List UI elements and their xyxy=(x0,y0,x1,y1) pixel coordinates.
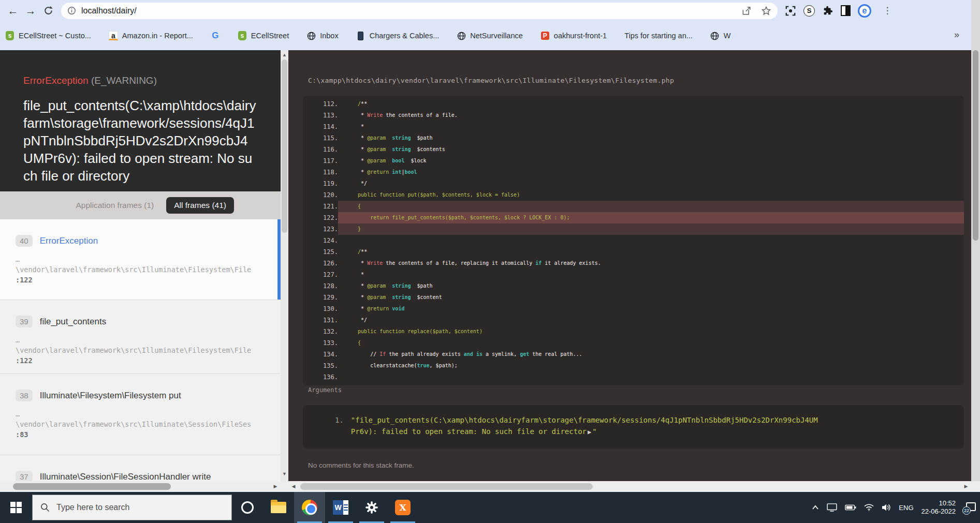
address-bar[interactable]: localhost/dairy/ xyxy=(61,3,778,19)
bookmark-label: W xyxy=(724,32,731,40)
reload-icon[interactable] xyxy=(39,2,57,20)
bookmark-item[interactable]: Inbox xyxy=(306,31,338,40)
profile-avatar[interactable]: e xyxy=(858,4,871,18)
code-line: 112. /** xyxy=(303,98,964,110)
url-text: localhost/dairy/ xyxy=(81,6,741,16)
sidebar-scrollbar-thumb[interactable] xyxy=(282,59,287,233)
code-line: 115. * @param string $path xyxy=(303,132,964,144)
code-text xyxy=(338,371,964,383)
panel-scroll-right-icon[interactable]: ▶ xyxy=(962,481,970,492)
code-line: 134. // If the path already exists and i… xyxy=(303,349,964,360)
menu-kebab-icon[interactable]: ⋮ xyxy=(879,2,896,20)
line-number: 122. xyxy=(303,212,338,223)
no-comments-text: No comments for this stack frame. xyxy=(308,461,414,469)
settings-button[interactable] xyxy=(356,492,387,523)
code-text: return file_put_contents($path, $content… xyxy=(338,212,964,223)
dark-reader-extension-icon[interactable] xyxy=(841,5,851,16)
forward-icon[interactable]: → xyxy=(22,2,39,20)
cortana-icon xyxy=(241,501,254,514)
amazon-icon: a xyxy=(109,31,118,40)
share-icon[interactable] xyxy=(741,6,752,16)
shopify-extension-icon[interactable]: S xyxy=(803,5,815,17)
expand-argument-icon[interactable]: ▶ xyxy=(588,428,591,436)
frame-location: …\vendor\laravel\framework\src\Illuminat… xyxy=(16,254,265,285)
code-text: * xyxy=(338,269,964,280)
globe-icon xyxy=(457,31,466,40)
bookmark-item[interactable]: NetSurveillance xyxy=(457,31,523,40)
screen-capture-icon[interactable] xyxy=(785,5,796,17)
sidebar-scroll-right-icon[interactable]: ▶ xyxy=(271,481,280,492)
code-line: 125. /** xyxy=(303,246,964,258)
file-explorer-button[interactable] xyxy=(263,492,294,523)
site-info-icon[interactable] xyxy=(67,6,76,15)
taskbar-clock[interactable]: 10:52 22-06-2022 xyxy=(922,499,956,516)
line-number: 116. xyxy=(303,144,338,155)
start-button[interactable] xyxy=(0,492,32,523)
code-line: 117. * @param bool $lock xyxy=(303,155,964,167)
bookmark-item[interactable]: sECellStreet ~ Custo... xyxy=(5,31,91,40)
tab-application-frames[interactable]: Application frames (1) xyxy=(76,201,154,210)
code-line: 120. public function put($path, $content… xyxy=(303,189,964,201)
cortana-button[interactable] xyxy=(232,492,263,523)
globe-icon xyxy=(710,31,720,40)
panel-hscroll-thumb[interactable] xyxy=(300,483,593,490)
code-line: 122. return file_put_contents($path, $co… xyxy=(303,212,964,223)
horizontal-scrollbar-strip[interactable]: ▶ ◀ ▶ xyxy=(0,481,980,492)
battery-icon[interactable] xyxy=(845,504,856,511)
browser-toolbar: ← → localhost/dairy/ S e ⋮ xyxy=(0,0,980,21)
browser-scrollbar-thumb[interactable] xyxy=(973,50,978,241)
toolbar-extensions: S e ⋮ xyxy=(785,2,896,20)
stack-frame-item[interactable]: 40ErrorException…\vendor\laravel\framewo… xyxy=(0,219,281,300)
bookmark-item[interactable]: W xyxy=(710,31,731,40)
stack-frame-item[interactable]: 37Illuminate\Session\FileSessionHandler … xyxy=(0,455,281,481)
bookmark-item[interactable]: Chargers & Cables... xyxy=(356,31,440,40)
code-line: 116. * @param string $contents xyxy=(303,144,964,155)
line-number: 135. xyxy=(303,360,338,371)
bookmark-item[interactable]: aAmazon.in - Report... xyxy=(109,31,193,40)
p-badge-icon: P xyxy=(540,31,550,40)
browser-vertical-scrollbar[interactable] xyxy=(971,0,980,492)
scroll-up-icon[interactable]: ▲ xyxy=(281,51,288,58)
sidebar-hscroll-thumb[interactable] xyxy=(13,483,171,490)
bookmark-item[interactable]: sECellStreet xyxy=(238,31,289,40)
stack-frame-item[interactable]: 39file_put_contents…\vendor\laravel\fram… xyxy=(0,300,281,374)
line-number: 125. xyxy=(303,246,338,258)
cast-screen-icon[interactable] xyxy=(827,503,837,512)
xampp-button[interactable]: X xyxy=(387,492,418,523)
chrome-button[interactable] xyxy=(294,492,325,523)
bookmarks-overflow-icon[interactable]: » xyxy=(954,29,959,40)
volume-icon[interactable] xyxy=(882,503,891,512)
frame-title: Illuminate\Filesystem\Filesystem put xyxy=(40,391,181,401)
frame-line-number: :122 xyxy=(16,355,265,366)
code-line: 133. { xyxy=(303,337,964,349)
code-text: clearstatcache(true, $path); xyxy=(338,360,964,371)
scroll-down-icon[interactable]: ▼ xyxy=(281,470,288,477)
back-icon[interactable]: ← xyxy=(4,2,22,20)
time-text: 10:52 xyxy=(922,499,956,507)
bookmark-item[interactable]: Poakhurst-front-1 xyxy=(540,31,607,40)
panel-scroll-left-icon[interactable]: ◀ xyxy=(289,481,298,492)
code-line: 128. * @param string $path xyxy=(303,280,964,292)
tab-all-frames[interactable]: All frames (41) xyxy=(166,197,234,214)
code-text xyxy=(338,235,964,246)
line-number: 136. xyxy=(303,371,338,383)
code-text: /** xyxy=(338,246,964,258)
code-line: 118. * @return int|bool xyxy=(303,167,964,178)
bookmark-item[interactable]: G xyxy=(211,31,220,40)
frames-list: 40ErrorException…\vendor\laravel\framewo… xyxy=(0,219,281,481)
code-line: 123. } xyxy=(303,223,964,235)
stack-frame-item[interactable]: 38Illuminate\Filesystem\Filesystem put…\… xyxy=(0,374,281,455)
wifi-icon[interactable] xyxy=(864,504,874,511)
bookmark-star-icon[interactable] xyxy=(761,6,771,16)
frame-ellipsis: … xyxy=(16,335,265,345)
sidebar-vertical-scrollbar[interactable]: ▲ ▼ xyxy=(281,50,288,481)
language-indicator[interactable]: ENG xyxy=(899,504,913,512)
hidden-icons-chevron[interactable] xyxy=(812,505,819,510)
extensions-puzzle-icon[interactable] xyxy=(822,5,833,17)
line-number: 124. xyxy=(303,235,338,246)
taskbar-search[interactable]: Type here to search xyxy=(32,495,232,520)
bookmark-item[interactable]: Tips for starting an... xyxy=(624,32,693,40)
word-button[interactable]: W xyxy=(325,492,356,523)
action-center-button[interactable]: 22 xyxy=(963,502,976,513)
code-text: * @return int|bool xyxy=(338,167,964,178)
